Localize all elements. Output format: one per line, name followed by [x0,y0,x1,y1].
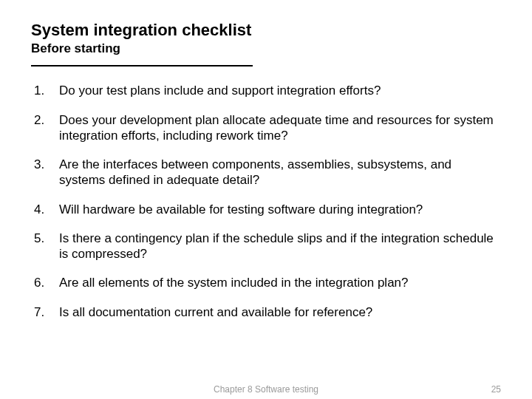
list-item: Are the interfaces between components, a… [31,157,501,188]
list-item: Is there a contingency plan if the sched… [31,231,501,262]
list-item: Does your development plan allocate adeq… [31,112,501,144]
slide-subtitle: Before starting [31,41,501,56]
footer-page-number: 25 [491,384,501,395]
slide: System integration checklist Before star… [0,0,532,320]
footer-center-text: Chapter 8 Software testing [214,384,318,395]
list-item: Do your test plans include and support i… [31,83,501,98]
slide-title: System integration checklist [31,21,501,40]
list-item: Are all elements of the system included … [31,275,501,290]
list-item: Is all documentation current and availab… [31,304,501,320]
title-divider [31,65,253,66]
checklist: Do your test plans include and support i… [31,83,501,320]
list-item: Will hardware be available for testing s… [31,202,501,217]
